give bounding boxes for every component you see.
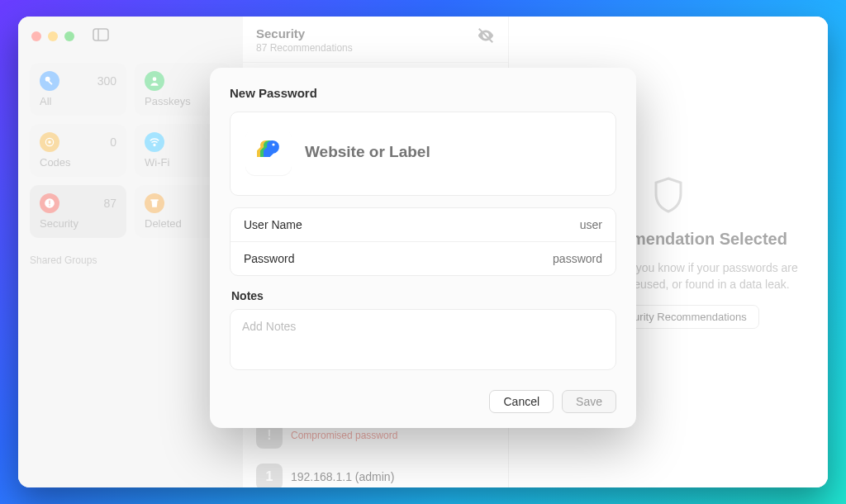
modal-title: New Password: [230, 86, 616, 100]
username-label: User Name: [244, 218, 302, 231]
passwords-app-icon: [245, 129, 292, 175]
credentials-card: User Name Password: [230, 207, 616, 276]
username-input[interactable]: [458, 218, 602, 231]
new-password-modal: New Password: [210, 68, 636, 428]
notes-label: Notes: [231, 289, 616, 302]
app-window: 300 All Passkeys 0 Codes 4 Wi-Fi 87 Secu…: [18, 17, 828, 487]
password-label: Password: [244, 252, 294, 265]
notes-input[interactable]: [230, 309, 616, 370]
website-card: [230, 112, 616, 196]
svg-point-13: [272, 143, 274, 145]
website-input[interactable]: [305, 143, 601, 161]
modal-buttons: Cancel Save: [230, 390, 616, 413]
save-button[interactable]: Save: [562, 390, 616, 413]
password-input[interactable]: [458, 252, 602, 265]
cancel-button[interactable]: Cancel: [489, 390, 554, 413]
modal-overlay: New Password: [18, 17, 828, 487]
